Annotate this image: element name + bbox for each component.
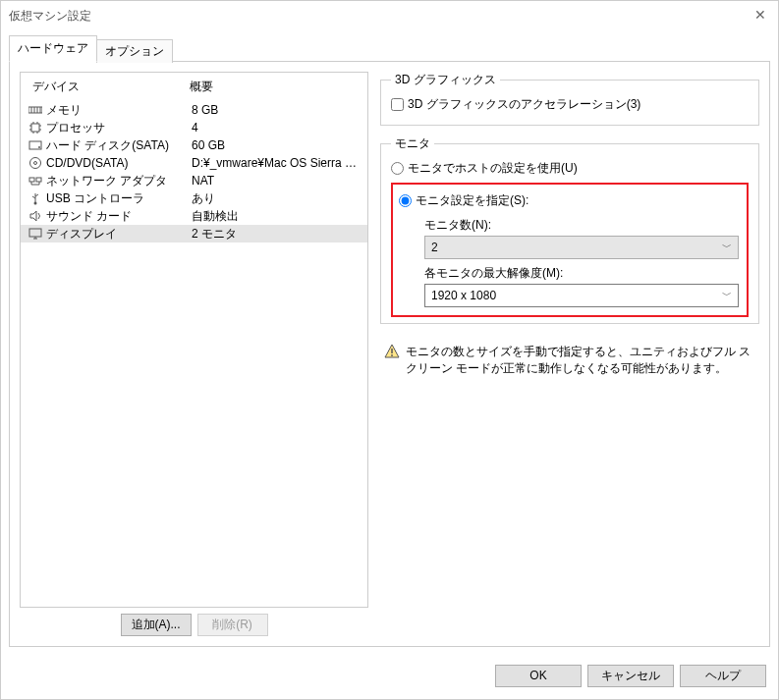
- left-panel: デバイス 概要 メモリ 8 GB: [20, 72, 368, 636]
- device-list-box: デバイス 概要 メモリ 8 GB: [20, 72, 368, 608]
- svg-point-16: [30, 158, 41, 169]
- device-list: メモリ 8 GB プロセッサ 4: [21, 101, 367, 607]
- ok-button[interactable]: OK: [495, 665, 582, 687]
- bottom-buttons: OK キャンセル ヘルプ: [1, 655, 778, 699]
- device-row-memory[interactable]: メモリ 8 GB: [21, 101, 367, 119]
- network-icon: [27, 174, 44, 188]
- device-name: CD/DVD(SATA): [44, 156, 192, 170]
- chevron-down-icon: ﹀: [722, 289, 732, 302]
- device-summary: 60 GB: [192, 138, 360, 152]
- warning-icon: [384, 344, 400, 359]
- cancel-button[interactable]: キャンセル: [587, 665, 674, 687]
- device-row-hdd[interactable]: ハード ディスク(SATA) 60 GB: [21, 136, 367, 154]
- device-summary: 自動検出: [192, 208, 360, 225]
- svg-rect-18: [29, 178, 34, 182]
- monitor-count-label: モニタ数(N):: [424, 217, 741, 234]
- device-name: ネットワーク アダプタ: [44, 173, 192, 189]
- monitor-maxres-value: 1920 x 1080: [431, 289, 496, 302]
- device-name: USB コントローラ: [44, 190, 192, 207]
- device-summary: 2 モニタ: [192, 226, 360, 242]
- help-button[interactable]: ヘルプ: [680, 665, 766, 687]
- device-row-display[interactable]: ディスプレイ 2 モニタ: [21, 225, 367, 242]
- svg-point-15: [38, 146, 40, 148]
- svg-rect-19: [36, 178, 41, 182]
- usb-icon: [27, 191, 44, 205]
- svg-rect-5: [31, 124, 39, 132]
- monitor-count-value: 2: [431, 241, 438, 254]
- device-summary: あり: [192, 190, 360, 207]
- device-summary: NAT: [192, 174, 360, 188]
- cpu-icon: [27, 121, 44, 135]
- memory-icon: [27, 103, 44, 117]
- warning-text: モニタの数とサイズを手動で指定すると、ユニティおよびフル スクリーン モードが正…: [406, 344, 755, 377]
- cd-icon: [27, 156, 44, 170]
- window-title: 仮想マシン設定: [9, 8, 91, 25]
- radio-specify-label: モニタ設定を指定(S):: [416, 192, 529, 209]
- group-monitor-legend: モニタ: [391, 135, 434, 152]
- device-row-sound[interactable]: サウンド カード 自動検出: [21, 207, 367, 225]
- body-area: ハードウェア オプション デバイス 概要 メモリ: [1, 30, 778, 655]
- device-buttons: 追加(A)... 削除(R): [20, 614, 368, 636]
- display-icon: [27, 227, 44, 241]
- vm-settings-window: 仮想マシン設定 ✕ ハードウェア オプション デバイス 概要: [0, 0, 779, 700]
- add-button[interactable]: 追加(A)...: [121, 614, 192, 636]
- radio-specify-row[interactable]: モニタ設定を指定(S):: [399, 190, 741, 211]
- device-row-usb[interactable]: USB コントローラ あり: [21, 189, 367, 207]
- svg-marker-27: [30, 211, 36, 221]
- checkbox-3d[interactable]: [391, 98, 404, 111]
- radio-use-host[interactable]: [391, 162, 404, 175]
- device-summary: 4: [192, 121, 360, 135]
- device-row-cd[interactable]: CD/DVD(SATA) D:¥_vmware¥Mac OS Sierra 10…: [21, 154, 367, 172]
- device-name: プロセッサ: [44, 120, 192, 136]
- device-row-cpu[interactable]: プロセッサ 4: [21, 119, 367, 136]
- device-name: サウンド カード: [44, 208, 192, 225]
- device-row-network[interactable]: ネットワーク アダプタ NAT: [21, 172, 367, 189]
- warning-row: モニタの数とサイズを手動で指定すると、ユニティおよびフル スクリーン モードが正…: [380, 344, 759, 377]
- radio-specify[interactable]: [399, 194, 412, 207]
- tabs: ハードウェア オプション: [9, 34, 770, 61]
- col-device-header: デバイス: [32, 79, 190, 95]
- svg-point-33: [391, 354, 393, 356]
- tab-hardware[interactable]: ハードウェア: [9, 35, 97, 62]
- device-name: ハード ディスク(SATA): [44, 137, 192, 154]
- device-summary: D:¥_vmware¥Mac OS Sierra 10...: [192, 156, 360, 170]
- group-3d-graphics: 3D グラフィックス 3D グラフィックスのアクセラレーション(3): [380, 72, 759, 126]
- svg-rect-28: [29, 229, 41, 237]
- sound-icon: [27, 209, 44, 223]
- svg-point-17: [34, 162, 37, 165]
- tab-options[interactable]: オプション: [96, 39, 173, 63]
- red-outline: モニタ設定を指定(S): モニタ数(N): 2 ﹀ 各モニタの最大解像度(M):…: [391, 183, 749, 317]
- monitor-count-dropdown[interactable]: 2 ﹀: [424, 236, 739, 259]
- monitor-maxres-dropdown[interactable]: 1920 x 1080 ﹀: [424, 284, 739, 307]
- col-summary-header: 概要: [190, 79, 360, 95]
- titlebar: 仮想マシン設定 ✕: [1, 1, 778, 30]
- right-panel: 3D グラフィックス 3D グラフィックスのアクセラレーション(3) モニタ モ…: [380, 72, 759, 636]
- radio-use-host-label: モニタでホストの設定を使用(U): [408, 160, 578, 177]
- hdd-icon: [27, 138, 44, 152]
- close-icon[interactable]: ✕: [752, 7, 768, 23]
- device-header: デバイス 概要: [21, 73, 367, 101]
- checkbox-3d-row[interactable]: 3D グラフィックスのアクセラレーション(3): [391, 94, 749, 115]
- remove-button: 削除(R): [197, 614, 268, 636]
- checkbox-3d-label: 3D グラフィックスのアクセラレーション(3): [408, 96, 640, 113]
- device-name: ディスプレイ: [44, 226, 192, 242]
- monitor-maxres-label: 各モニタの最大解像度(M):: [424, 265, 741, 282]
- device-name: メモリ: [44, 102, 192, 119]
- group-3d-legend: 3D グラフィックス: [391, 72, 500, 88]
- chevron-down-icon: ﹀: [722, 241, 732, 254]
- tab-content: デバイス 概要 メモリ 8 GB: [9, 61, 770, 647]
- device-summary: 8 GB: [192, 103, 360, 117]
- group-monitor: モニタ モニタでホストの設定を使用(U) モニタ設定を指定(S): モニタ数(N…: [380, 135, 759, 324]
- radio-use-host-row[interactable]: モニタでホストの設定を使用(U): [391, 158, 749, 179]
